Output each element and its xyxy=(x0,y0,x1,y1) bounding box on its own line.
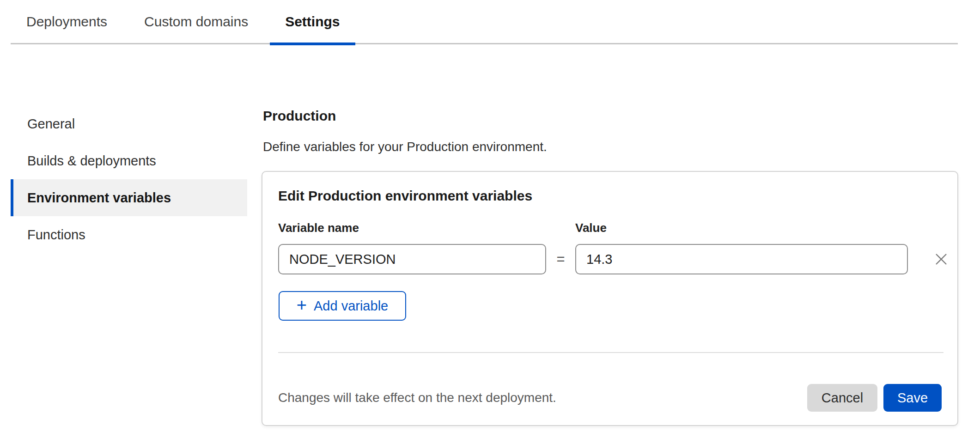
close-icon xyxy=(934,252,949,267)
variable-value-input[interactable] xyxy=(575,244,908,274)
card-title: Edit Production environment variables xyxy=(278,188,532,204)
save-button[interactable]: Save xyxy=(883,384,942,412)
environment-variables-card: Edit Production environment variables Va… xyxy=(262,171,958,426)
tab-deployments[interactable]: Deployments xyxy=(26,0,107,44)
footer-note: Changes will take effect on the next dep… xyxy=(278,390,556,406)
sidebar-item-general[interactable]: General xyxy=(11,105,247,142)
section-title: Production xyxy=(263,108,336,124)
remove-variable-button[interactable] xyxy=(931,249,952,270)
add-variable-label: Add variable xyxy=(314,298,388,314)
cancel-button[interactable]: Cancel xyxy=(807,384,877,412)
variable-name-label: Variable name xyxy=(278,221,359,235)
settings-sidebar: General Builds & deployments Environment… xyxy=(11,105,247,253)
value-label: Value xyxy=(575,221,607,235)
sidebar-item-environment-variables[interactable]: Environment variables xyxy=(11,179,247,216)
sidebar-item-builds-deployments[interactable]: Builds & deployments xyxy=(11,142,247,179)
add-variable-button[interactable]: + Add variable xyxy=(279,291,406,321)
equals-sign: = xyxy=(546,244,575,274)
variable-name-input[interactable] xyxy=(278,244,546,274)
tab-bar: Deployments Custom domains Settings xyxy=(11,0,958,44)
section-description: Define variables for your Production env… xyxy=(263,140,547,154)
card-divider xyxy=(278,352,943,353)
sidebar-item-functions[interactable]: Functions xyxy=(11,216,247,253)
settings-page: Deployments Custom domains Settings Gene… xyxy=(0,0,980,438)
plus-icon: + xyxy=(297,296,307,314)
tab-custom-domains[interactable]: Custom domains xyxy=(144,0,248,44)
tab-settings[interactable]: Settings xyxy=(285,0,340,44)
